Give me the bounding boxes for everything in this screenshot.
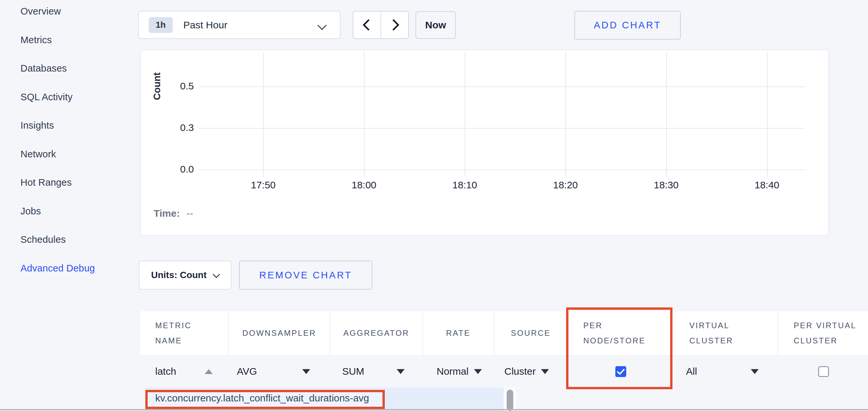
metric-name-input[interactable] — [155, 366, 205, 377]
source-value: Cluster — [504, 366, 536, 377]
custom-chart-debug-page: Overview Metrics Databases SQL Activity … — [0, 0, 868, 411]
triangle-down-icon — [474, 369, 482, 374]
units-select[interactable]: Units: Count — [139, 261, 231, 289]
sidebar-item-metrics[interactable]: Metrics — [21, 35, 52, 45]
add-chart-button[interactable]: ADD CHART — [575, 11, 681, 40]
triangle-down-icon — [302, 369, 310, 374]
gridline — [565, 52, 566, 177]
sidebar-item-advanced-debug[interactable]: Advanced Debug — [21, 263, 95, 274]
column-header-per-virtual-cluster: PER VIRTUAL CLUSTER — [779, 311, 868, 355]
virtual-cluster-select[interactable]: All — [675, 355, 777, 388]
sidebar-item-schedules[interactable]: Schedules — [21, 234, 66, 245]
now-button[interactable]: Now — [415, 11, 456, 39]
column-header-source: SOURCE — [494, 311, 567, 355]
sidebar-item-overview[interactable]: Overview — [21, 6, 61, 17]
chevron-right-icon — [388, 19, 399, 31]
column-header-metric-name: METRIC NAME — [141, 311, 228, 355]
hover-time-readout: Time: -- — [154, 208, 193, 219]
per-virtual-cluster-checkbox[interactable] — [818, 366, 829, 377]
time-range-badge: 1h — [149, 17, 173, 33]
x-tick: 18:00 — [341, 179, 387, 191]
dropdown-scrollbar-thumb[interactable] — [507, 389, 513, 411]
downsampler-value: AVG — [237, 366, 257, 377]
time-value: -- — [186, 208, 193, 219]
column-header-per-node-store: PER NODE/STORE — [568, 311, 673, 355]
gridline — [199, 128, 805, 129]
downsampler-select[interactable]: AVG — [229, 355, 329, 388]
sidebar-item-hot-ranges[interactable]: Hot Ranges — [21, 177, 72, 188]
dropdown-scrollbar-track[interactable] — [504, 387, 516, 411]
aggregator-select[interactable]: SUM — [331, 355, 422, 388]
gridline — [465, 52, 465, 177]
x-tick: 18:10 — [442, 179, 488, 191]
y-tick: 0.0 — [161, 164, 194, 175]
per-node-store-cell — [568, 355, 673, 388]
column-header-downsampler: DOWNSAMPLER — [229, 311, 329, 355]
metric-suggestion-item[interactable]: kv.concurrency.latch_conflict_wait_durat… — [155, 392, 369, 404]
column-header-virtual-cluster: VIRTUAL CLUSTER — [675, 311, 777, 355]
gridline — [199, 87, 805, 87]
per-node-store-checkbox[interactable] — [615, 366, 626, 377]
aggregator-value: SUM — [342, 366, 364, 377]
sidebar-item-network[interactable]: Network — [21, 149, 56, 160]
rate-value: Normal — [437, 366, 469, 377]
column-header-rate: RATE — [424, 311, 493, 355]
time-label: Time: — [154, 208, 180, 219]
per-virtual-cluster-cell — [779, 355, 868, 388]
window-bottom-edge — [0, 409, 868, 410]
prev-time-window-button[interactable] — [353, 11, 381, 38]
time-range-selector[interactable]: 1h Past Hour — [138, 11, 341, 39]
column-header-aggregator: AGGREGATOR — [331, 311, 422, 355]
time-window-arrows — [353, 11, 409, 39]
x-tick: 18:20 — [542, 179, 589, 191]
sidebar-item-sql-activity[interactable]: SQL Activity — [21, 92, 73, 103]
triangle-up-icon[interactable] — [205, 369, 213, 374]
rate-select[interactable]: Normal — [424, 355, 493, 388]
next-time-window-button[interactable] — [381, 11, 408, 38]
gridline — [364, 52, 365, 177]
metric-name-cell — [141, 355, 228, 388]
chevron-down-icon — [213, 271, 220, 278]
remove-chart-button[interactable]: REMOVE CHART — [239, 261, 372, 289]
gridline — [666, 52, 667, 177]
time-range-label: Past Hour — [183, 20, 227, 31]
y-tick: 0.3 — [161, 122, 194, 133]
y-tick: 0.5 — [161, 80, 194, 92]
chevron-down-icon — [317, 21, 327, 30]
triangle-down-icon — [751, 369, 759, 374]
source-select[interactable]: Cluster — [494, 355, 567, 388]
triangle-down-icon — [397, 369, 405, 374]
sidebar-item-insights[interactable]: Insights — [21, 120, 54, 131]
virtual-cluster-value: All — [686, 366, 697, 377]
sidebar-item-jobs[interactable]: Jobs — [21, 206, 41, 217]
chevron-left-icon — [362, 19, 374, 31]
chart-card: Count 0.5 0.3 0.0 17:50 18:00 18:10 18:2… — [141, 49, 829, 236]
units-select-label: Units: Count — [151, 270, 207, 280]
triangle-down-icon — [541, 369, 549, 374]
gridline — [767, 52, 768, 177]
x-tick: 18:40 — [744, 179, 790, 191]
x-tick: 18:30 — [643, 179, 689, 191]
gridline — [199, 170, 805, 170]
x-tick: 17:50 — [240, 179, 286, 191]
sidebar-item-databases[interactable]: Databases — [21, 63, 67, 74]
gridline — [263, 52, 264, 177]
